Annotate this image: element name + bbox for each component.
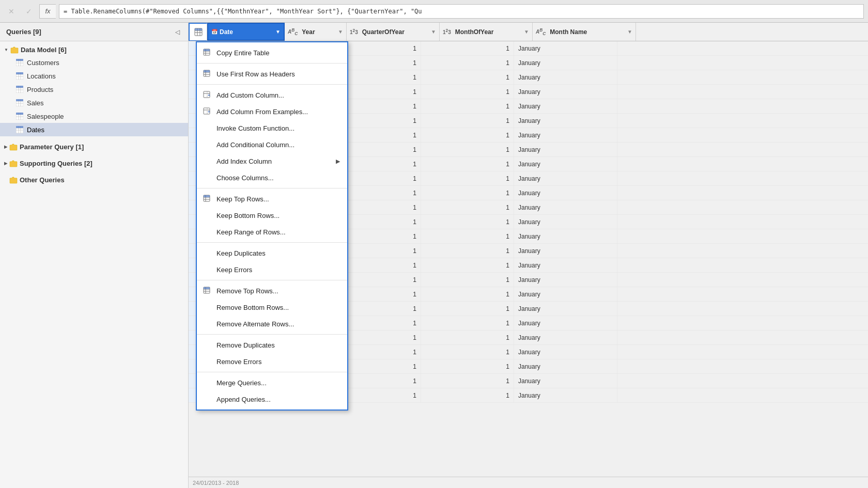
table-icon-sales (16, 99, 24, 107)
svg-rect-12 (16, 72, 23, 74)
table-icon-locations (16, 72, 24, 80)
menu-item-keep-bottom-rows[interactable]: Keep Bottom Rows... (197, 207, 347, 224)
sidebar-item-sales-label: Sales (27, 99, 44, 107)
menu-separator (197, 334, 347, 335)
cell-monthname: January (514, 186, 617, 200)
sidebar-item-salespeople[interactable]: Salespeople (0, 109, 188, 123)
menu-item-keep-range-rows[interactable]: Keep Range of Rows... (197, 224, 347, 240)
sidebar-item-locations[interactable]: Locations (0, 69, 188, 83)
column-header-quarterofyear[interactable]: 123 QuarterOfYear ▼ (347, 23, 440, 41)
sidebar-group-supporting-label: Supporting Queries [2] (20, 160, 92, 167)
sidebar-item-dates[interactable]: Dates (0, 123, 188, 136)
menu-item-keep-duplicates[interactable]: Keep Duplicates (197, 245, 347, 261)
menu-item-label-add-index-column: Add Index Column (216, 158, 332, 165)
svg-rect-6 (16, 59, 23, 61)
menu-icon-placeholder (202, 248, 212, 258)
cell-monthofyear: 1 (421, 171, 514, 185)
cell-monthname: January (514, 359, 617, 373)
sidebar-group-other-header[interactable]: ▶ Other Queries (0, 174, 188, 186)
menu-item-append-queries[interactable]: Append Queries... (197, 391, 347, 407)
menu-item-remove-duplicates[interactable]: Remove Duplicates (197, 337, 347, 353)
cell-monthname: January (514, 374, 617, 388)
sidebar-item-dates-label: Dates (27, 126, 44, 134)
cell-monthname: January (514, 114, 617, 128)
sidebar-group-supporting-header[interactable]: ▶ Supporting Queries [2] (0, 157, 188, 169)
sidebar-item-customers[interactable]: Customers (0, 56, 188, 69)
sidebar-item-sales[interactable]: Sales (0, 96, 188, 109)
menu-item-label-use-first-row: Use First Row as Headers (216, 70, 340, 78)
menu-item-invoke-custom-function[interactable]: Invoke Custom Function... (197, 120, 347, 136)
content-area: 📅 Date ▼ ABC Year ▼ 123 QuarterOfYear ▼ … (189, 23, 868, 488)
cell-monthname: January (514, 70, 617, 84)
menu-item-choose-columns[interactable]: Choose Columns... (197, 169, 347, 186)
menu-item-add-column-from-examples[interactable]: + Add Column From Examples... (197, 103, 347, 120)
menu-item-label-keep-top-rows: Keep Top Rows... (216, 195, 340, 203)
menu-item-add-index-column[interactable]: Add Index Column▶ (197, 153, 347, 169)
menu-item-keep-errors[interactable]: Keep Errors (197, 261, 347, 278)
col-filter-qoy[interactable]: ▼ (431, 29, 436, 35)
cell-monthname: January (514, 229, 617, 243)
column-headers: 📅 Date ▼ ABC Year ▼ 123 QuarterOfYear ▼ … (189, 23, 868, 41)
cell-monthofyear: 1 (421, 244, 514, 258)
menu-item-remove-alternate-rows[interactable]: Remove Alternate Rows... (197, 316, 347, 332)
col-filter-moy[interactable]: ▼ (524, 29, 529, 35)
add-custom-column-icon: + (202, 90, 212, 100)
cell-monthname: January (514, 143, 617, 156)
col-filter-date[interactable]: ▼ (275, 29, 281, 35)
column-header-date[interactable]: 📅 Date ▼ (207, 23, 285, 41)
formula-icon: fx (39, 4, 56, 19)
svg-rect-68 (204, 195, 210, 197)
menu-item-add-custom-column[interactable]: + Add Custom Column... (197, 87, 347, 103)
cell-monthofyear: 1 (421, 229, 514, 243)
sidebar-collapse-button[interactable]: ◁ (173, 27, 182, 37)
cell-monthname: January (514, 316, 617, 330)
cancel-button[interactable]: ✕ (4, 4, 19, 19)
column-header-monthofyear[interactable]: 123 MonthOfYear ▼ (440, 23, 533, 41)
menu-separator (197, 84, 347, 85)
sidebar-group-data-model-label: Data Model [6] (21, 46, 67, 54)
col-filter-year[interactable]: ▼ (338, 29, 343, 35)
menu-item-add-conditional-column[interactable]: Add Conditional Column... (197, 136, 347, 153)
menu-item-remove-top-rows[interactable]: Remove Top Rows... (197, 282, 347, 299)
table-icon-products (16, 85, 24, 93)
sidebar-item-locations-label: Locations (27, 72, 56, 80)
col-filter-mn[interactable]: ▼ (627, 29, 632, 35)
menu-icon-placeholder (202, 264, 212, 275)
cell-monthofyear: 1 (421, 99, 514, 113)
menu-item-remove-errors[interactable]: Remove Errors (197, 353, 347, 370)
cell-monthofyear: 1 (421, 85, 514, 99)
menu-icon-placeholder (202, 227, 212, 237)
cell-monthname: January (514, 330, 617, 344)
menu-item-copy-entire-table[interactable]: Copy Entire Table (197, 44, 347, 61)
menu-item-label-remove-bottom-rows: Remove Bottom Rows... (216, 304, 340, 311)
table-menu-button[interactable] (189, 23, 207, 41)
toolbar: ✕ ✓ fx = Table.RenameColumns(#"Removed C… (0, 0, 868, 23)
cell-monthname: January (514, 128, 617, 142)
menu-item-keep-top-rows[interactable]: Keep Top Rows... (197, 191, 347, 207)
column-header-monthname[interactable]: ABC Month Name ▼ (533, 23, 636, 41)
formula-text: = Table.RenameColumns(#"Removed Columns"… (64, 8, 422, 15)
menu-item-label-append-queries: Append Queries... (216, 396, 340, 403)
column-header-year[interactable]: ABC Year ▼ (285, 23, 347, 41)
col-type-moy: 123 (443, 28, 451, 35)
menu-item-remove-bottom-rows[interactable]: Remove Bottom Rows... (197, 299, 347, 316)
svg-rect-24 (16, 99, 23, 101)
sidebar-group-data-model-header[interactable]: ▼ Data Model [6] (0, 43, 188, 56)
col-label-quarterofyear: QuarterOfYear (362, 28, 429, 36)
sidebar-group-data-model-items: Customers Locations (0, 56, 188, 136)
folder-icon-supporting (9, 159, 18, 167)
sidebar-item-products[interactable]: Products (0, 83, 188, 96)
cell-monthofyear: 1 (421, 302, 514, 316)
sidebar-group-other: ▶ Other Queries (0, 171, 188, 188)
menu-item-label-merge-queries: Merge Queries... (216, 379, 340, 387)
cell-monthofyear: 1 (421, 374, 514, 388)
menu-item-use-first-row[interactable]: Use First Row as Headers (197, 66, 347, 82)
submenu-arrow-add-index-column: ▶ (336, 158, 340, 165)
formula-bar: = Table.RenameColumns(#"Removed Columns"… (59, 4, 864, 19)
table-icon-dates (16, 125, 24, 134)
sidebar-group-parameter-header[interactable]: ▶ Parameter Query [1] (0, 140, 188, 153)
confirm-button[interactable]: ✓ (22, 4, 36, 19)
table-icon-customers (16, 58, 24, 67)
menu-item-merge-queries[interactable]: Merge Queries... (197, 374, 347, 391)
cell-monthofyear: 1 (421, 200, 514, 214)
